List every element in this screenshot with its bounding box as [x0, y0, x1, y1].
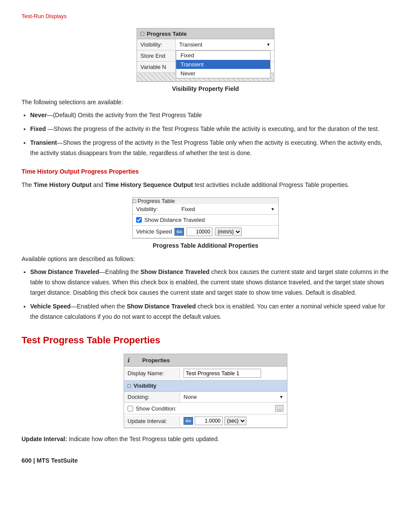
visibility-row: Visibility: Transient ▼ [137, 39, 274, 50]
second-widget-container: □ Progress Table Visibility: Fixed ▼ Sho… [22, 197, 389, 249]
first-caption: Visibility Property Field [172, 85, 239, 92]
show-condition-label: Show Condition: [136, 405, 177, 412]
vehicle-speed-unit-select[interactable]: (mm/s) [215, 227, 242, 236]
second-visibility-row: Visibility: Fixed ▼ [133, 204, 278, 215]
prop-header-label: Properties [142, 357, 170, 364]
docking-arrow-icon[interactable]: ▼ [279, 395, 283, 399]
vehicle-speed-label: Vehicle Speed [136, 228, 172, 235]
time-history-intro: The Time History Output and Time History… [22, 180, 389, 190]
update-note-bold: Update Interval: [22, 436, 67, 442]
docking-val[interactable]: None ▼ [180, 392, 287, 402]
bullet-vehicle-speed: Vehicle Speed—Enabled when the Show Dist… [30, 302, 389, 322]
first-progress-table-widget: □ Progress Table Visibility: Transient ▼… [137, 28, 274, 82]
update-interval-label: Update Interval: [124, 416, 180, 426]
time-history-heading: Time History Output Progress Properties [22, 168, 389, 175]
bullet-show-dist-bold: Show Distance Traveled [30, 268, 99, 275]
bullet-fixed-text: —Shows the progress of the activity in t… [46, 125, 380, 132]
visibility-selected: Transient [179, 41, 266, 48]
time-history-output-bold: Time History Output [34, 181, 91, 188]
dropdown-item-fixed[interactable]: Fixed [176, 51, 270, 60]
bullet-fixed: Fixed —Shows the progress of the activit… [30, 124, 389, 134]
bullet-vehicle-speed-bold: Vehicle Speed [30, 303, 71, 310]
dropdown-arrow-icon[interactable]: ▼ [266, 42, 271, 47]
first-widget-container: □ Progress Table Visibility: Transient ▼… [22, 28, 389, 92]
bullet-fixed-bold: Fixed [30, 125, 46, 132]
dropdown-menu[interactable]: Fixed Transient Never [176, 50, 271, 78]
bullet-show-distance: Show Distance Traveled—Enabling the Show… [30, 267, 389, 298]
display-name-label: Display Name: [124, 368, 180, 379]
display-name-input[interactable] [184, 369, 261, 378]
bullet-transient-text: —Shows the progress of the activity in t… [30, 139, 382, 156]
docking-label: Docking: [124, 392, 180, 402]
additional-bullets: Show Distance Traveled—Enabling the Show… [30, 267, 389, 322]
page-footer: 600 | MTS TestSuite [22, 457, 389, 464]
prop-header: 𝑖 Properties [124, 354, 287, 367]
second-collapse-icon[interactable]: □ [133, 198, 136, 204]
properties-widget: 𝑖 Properties Display Name: □ Visibility … [124, 354, 287, 428]
store-end-label: Store End [137, 50, 176, 61]
vehicle-speed-row: Vehicle Speed Go (mm/s) [133, 226, 278, 238]
update-interval-go-button[interactable]: Go [184, 417, 193, 425]
second-visibility-selected: Fixed [181, 206, 195, 212]
bullet-vehicle-speed-text: —Enabled when the Show Distance Traveled… [30, 303, 385, 320]
visibility-value[interactable]: Transient ▼ [176, 39, 274, 50]
bullet-never-bold: Never [30, 112, 47, 118]
update-interval-input[interactable] [195, 417, 223, 425]
widget-header: □ Progress Table [137, 28, 274, 39]
prop-header-icon: 𝑖 [128, 356, 129, 364]
visibility-bullets: Never—(Default) Omits the activity from … [30, 110, 389, 158]
update-interval-row: Update Interval: Go (sec) [124, 414, 287, 428]
show-condition-dots-button[interactable]: ... [275, 405, 283, 412]
update-interval-val: Go (sec) [180, 414, 287, 427]
second-caption: Progress Table Additional Properties [153, 242, 258, 249]
second-visibility-label: Visibility: [136, 206, 181, 212]
vehicle-speed-input[interactable] [187, 227, 212, 236]
variable-n-label: Variable N [137, 62, 176, 72]
bullet-transient: Transient—Shows the progress of the acti… [30, 138, 389, 159]
show-distance-row: Show Distance Traveled [133, 215, 278, 226]
docking-value: None [184, 394, 277, 400]
visibility-section-collapse-icon[interactable]: □ [128, 383, 131, 389]
properties-widget-container: 𝑖 Properties Display Name: □ Visibility … [22, 354, 389, 428]
update-note: Update Interval: Indicate how often the … [22, 434, 389, 444]
vehicle-speed-go-button[interactable]: Go [174, 228, 184, 236]
available-options-intro: Available options are described as follo… [22, 254, 389, 264]
display-name-row: Display Name: [124, 367, 287, 380]
bullet-never: Never—(Default) Omits the activity from … [30, 110, 389, 121]
bullet-transient-bold: Transient [30, 139, 57, 146]
widget-title: Progress Table [146, 31, 187, 37]
show-condition-row: Show Condition: ... [124, 403, 287, 414]
docking-row: Docking: None ▼ [124, 392, 287, 403]
second-widget-header: □ Progress Table [133, 198, 278, 204]
show-distance-checkbox[interactable] [136, 217, 142, 223]
show-distance-label: Show Distance Traveled [144, 217, 205, 223]
second-progress-table-widget: □ Progress Table Visibility: Fixed ▼ Sho… [132, 197, 279, 239]
breadcrumb: Test-Run Displays [22, 13, 389, 19]
second-widget-title: Progress Table [137, 198, 174, 204]
visibility-section-label: Visibility [134, 383, 156, 389]
update-interval-unit-select[interactable]: (sec) [224, 417, 246, 425]
dropdown-item-transient[interactable]: Transient [176, 60, 270, 69]
visibility-section-header: □ Visibility [124, 380, 287, 392]
second-visibility-val[interactable]: Fixed ▼ [181, 206, 275, 212]
show-condition-checkbox[interactable] [128, 406, 133, 411]
second-dropdown-arrow-icon[interactable]: ▼ [271, 207, 275, 212]
display-name-val [180, 367, 287, 380]
collapse-icon[interactable]: □ [140, 30, 144, 37]
visibility-intro: The following selections are available: [22, 97, 389, 107]
big-section-heading: Test Progress Table Properties [22, 335, 389, 346]
dropdown-item-never[interactable]: Never [176, 69, 270, 78]
bullet-never-text: —(Default) Omits the activity from the T… [47, 112, 202, 118]
update-note-text: Indicate how often the Test Progress tab… [67, 436, 219, 442]
time-history-seq-bold: Time History Sequence Output [105, 181, 193, 188]
visibility-label: Visibility: [137, 39, 176, 50]
